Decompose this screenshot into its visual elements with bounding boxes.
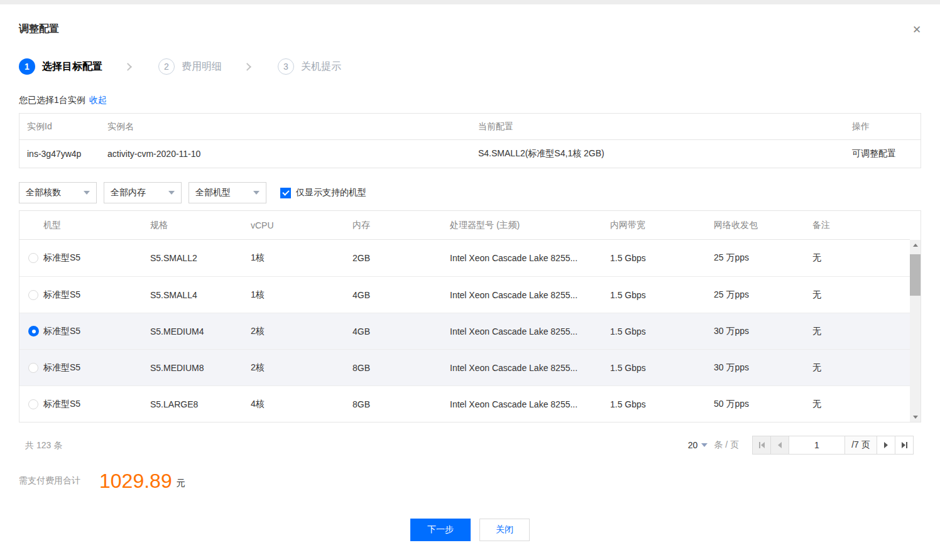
step-2-circle: 2	[158, 58, 175, 75]
spec-row-selected[interactable]: 标准型S5 S5.MEDIUM4 2核 4GB Intel Xeon Casca…	[19, 313, 910, 349]
spec-name: S5.SMALL2	[150, 253, 251, 263]
chevron-down-icon	[253, 191, 260, 195]
step-1-circle: 1	[19, 58, 35, 75]
chevron-down-icon	[168, 191, 175, 195]
col-memory: 内存	[352, 220, 450, 231]
spec-model: 标准型S5	[43, 252, 150, 264]
dialog-footer: 下一步 关闭	[0, 519, 940, 541]
radio-unselected-icon[interactable]	[28, 399, 38, 409]
spec-cpu: Intel Xeon Cascade Lake 8255...	[450, 399, 610, 409]
spec-pps: 50 万pps	[714, 399, 812, 410]
step-indicator: 1 选择目标配置 2 费用明细 3 关机提示	[19, 58, 341, 75]
spec-pps: 25 万pps	[714, 252, 812, 264]
radio-unselected-icon[interactable]	[28, 290, 38, 300]
instance-name: activity-cvm-2020-11-10	[107, 149, 478, 159]
scroll-up-icon[interactable]	[910, 240, 921, 250]
collapse-link[interactable]: 收起	[89, 95, 107, 106]
step-1-label: 选择目标配置	[42, 60, 102, 73]
spec-note: 无	[812, 252, 910, 264]
col-instance-id: 实例Id	[27, 121, 107, 132]
scrollbar-thumb[interactable]	[910, 254, 921, 296]
selected-instance-table: 实例Id 实例名 当前配置 操作 ins-3g47yw4p activity-c…	[19, 113, 921, 168]
col-action: 操作	[852, 121, 913, 132]
spec-memory: 8GB	[352, 363, 450, 373]
chevron-right-icon	[243, 63, 251, 71]
spec-name: S5.SMALL4	[150, 290, 251, 300]
spec-note: 无	[812, 326, 910, 337]
payment-amount: 1029.89	[99, 471, 172, 491]
prev-page-button[interactable]	[770, 436, 789, 455]
instance-id: ins-3g47yw4p	[27, 149, 107, 159]
spec-table: 机型 规格 vCPU 内存 处理器型号 (主频) 内网带宽 网络收发包 备注 标…	[19, 210, 921, 423]
col-spec: 规格	[150, 220, 251, 231]
pagination: 20 条 / 页 /7 页	[688, 436, 914, 455]
spec-model: 标准型S5	[43, 399, 150, 410]
instance-action-status: 可调整配置	[852, 148, 913, 159]
spec-vcpu: 1核	[251, 252, 352, 264]
first-page-button[interactable]	[752, 436, 771, 455]
step-3-label: 关机提示	[301, 60, 341, 73]
spec-cpu: Intel Xeon Cascade Lake 8255...	[450, 290, 610, 300]
selection-summary: 您已选择1台实例 收起	[19, 95, 107, 106]
cores-select[interactable]: 全部核数	[19, 182, 97, 203]
spec-cpu: Intel Xeon Cascade Lake 8255...	[450, 326, 610, 337]
step-3-circle: 3	[278, 58, 294, 75]
close-button[interactable]: 关闭	[479, 519, 530, 541]
selection-summary-text: 您已选择1台实例	[19, 95, 85, 106]
model-select-value: 全部机型	[195, 187, 231, 198]
spec-row[interactable]: 标准型S5 S5.LARGE8 4核 8GB Intel Xeon Cascad…	[19, 385, 910, 422]
col-pps: 网络收发包	[714, 220, 812, 231]
spec-vcpu: 4核	[251, 399, 352, 410]
col-vcpu: vCPU	[251, 220, 352, 230]
page-number-input[interactable]	[789, 436, 845, 455]
payment-summary: 需支付费用合计 1029.89 元	[19, 471, 185, 491]
instance-table-header: 实例Id 实例名 当前配置 操作	[19, 114, 921, 140]
window-top-edge	[0, 0, 940, 4]
col-cpu: 处理器型号 (主频)	[450, 220, 610, 231]
supported-only-checkbox[interactable]	[280, 188, 291, 198]
spec-bandwidth: 1.5 Gbps	[610, 290, 714, 300]
col-model: 机型	[43, 220, 150, 231]
instance-row: ins-3g47yw4p activity-cvm-2020-11-10 S4.…	[19, 140, 921, 168]
chevron-down-icon	[84, 191, 90, 195]
spec-note: 无	[812, 399, 910, 410]
spec-pps: 30 万pps	[714, 326, 812, 337]
payment-label: 需支付费用合计	[19, 475, 80, 487]
spec-name: S5.MEDIUM8	[150, 363, 251, 373]
col-instance-name: 实例名	[107, 121, 478, 132]
spec-bandwidth: 1.5 Gbps	[610, 363, 714, 373]
spec-model: 标准型S5	[43, 326, 150, 337]
next-step-button[interactable]: 下一步	[410, 519, 471, 541]
spec-memory: 2GB	[352, 253, 450, 263]
spec-vcpu: 1核	[251, 289, 352, 301]
page-size-select[interactable]: 20	[688, 440, 708, 450]
memory-select[interactable]: 全部内存	[104, 182, 182, 203]
spec-row[interactable]: 标准型S5 S5.SMALL4 1核 4GB Intel Xeon Cascad…	[19, 276, 910, 313]
filter-bar: 全部核数 全部内存 全部机型 仅显示支持的机型	[19, 182, 366, 203]
payment-currency: 元	[177, 478, 185, 489]
spec-memory: 4GB	[352, 290, 450, 300]
last-page-button[interactable]	[895, 436, 914, 455]
radio-unselected-icon[interactable]	[28, 363, 38, 373]
scroll-down-icon[interactable]	[910, 412, 921, 422]
chevron-down-icon	[701, 443, 708, 447]
spec-memory: 4GB	[352, 326, 450, 337]
spec-bandwidth: 1.5 Gbps	[610, 253, 714, 263]
page-size-value: 20	[688, 440, 698, 450]
radio-unselected-icon[interactable]	[28, 253, 38, 263]
spec-pps: 30 万pps	[714, 362, 812, 374]
supported-only-label: 仅显示支持的机型	[296, 187, 366, 198]
spec-table-header: 机型 规格 vCPU 内存 处理器型号 (主频) 内网带宽 网络收发包 备注	[19, 211, 910, 240]
cores-select-value: 全部核数	[26, 187, 61, 198]
spec-note: 无	[812, 362, 910, 374]
spec-bandwidth: 1.5 Gbps	[610, 399, 714, 409]
radio-selected-icon[interactable]	[28, 326, 39, 337]
spec-name: S5.LARGE8	[150, 399, 251, 409]
spec-row[interactable]: 标准型S5 S5.SMALL2 1核 2GB Intel Xeon Cascad…	[19, 240, 910, 276]
spec-row[interactable]: 标准型S5 S5.MEDIUM8 2核 8GB Intel Xeon Casca…	[19, 349, 910, 385]
close-icon[interactable]: ✕	[909, 21, 925, 38]
col-bandwidth: 内网带宽	[610, 220, 714, 231]
next-page-button[interactable]	[877, 436, 895, 455]
model-select[interactable]: 全部机型	[189, 182, 266, 203]
spec-model: 标准型S5	[43, 362, 150, 374]
